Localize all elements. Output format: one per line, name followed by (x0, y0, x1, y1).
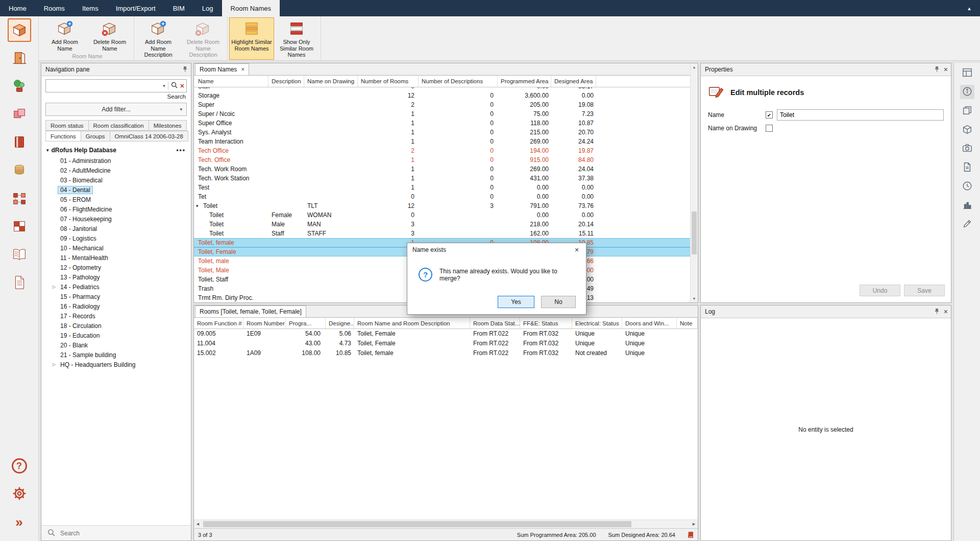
column-header-room-data-stat[interactable]: Room Data Stat... (470, 318, 520, 328)
nav-tab-room-classification[interactable]: Room classification (89, 120, 149, 131)
room-name-row[interactable]: ToiletFemaleWOMAN00.000.00 (194, 210, 698, 220)
room-name-row[interactable]: Team Interaction10269.0024.24 (194, 137, 698, 146)
close-tab-icon[interactable]: × (241, 66, 244, 73)
room-name-row[interactable]: ToiletStaffSTAFF3162.0015.11 (194, 229, 698, 238)
close-icon[interactable]: × (568, 243, 586, 256)
sidebar-module-book[interactable] (8, 131, 31, 154)
room-row[interactable]: 11.00443.004.73Toilet, FemaleFrom RT.022… (194, 339, 698, 348)
add-filter-dropdown[interactable]: Add filter... ▾ (45, 103, 187, 116)
column-header-number-of-rooms[interactable]: Number of Rooms (358, 76, 419, 87)
no-button[interactable]: No (541, 296, 576, 308)
room-name-row[interactable]: Sys. Analyst10215.0020.70 (194, 128, 698, 137)
right-tool-package[interactable] (960, 123, 974, 137)
column-header-note[interactable]: Note (677, 318, 698, 328)
tree-item-06-flightmedicine[interactable]: 06 - FlightMedicine (41, 204, 191, 214)
close-icon[interactable]: × (944, 66, 948, 73)
right-tool-statistics[interactable] (960, 198, 974, 213)
name-checkbox[interactable]: ✔ (766, 111, 773, 119)
nav-tab-room-status[interactable]: Room status (45, 120, 89, 131)
column-header-ff-e-status[interactable]: FF&E: Status (520, 318, 572, 328)
tree-item-02-adultmedicine[interactable]: 02 - AdultMedicine (41, 166, 191, 175)
menu-item-import-export[interactable]: Import/Export (107, 0, 164, 16)
name-on-drawing-checkbox[interactable] (766, 125, 773, 132)
room-row[interactable]: 09.0051E0954.005.06Toilet, FemaleFrom RT… (194, 329, 698, 339)
bottom-search-input[interactable] (60, 530, 185, 537)
room-name-row[interactable]: Storage1203,600.000.00 (194, 91, 698, 100)
tree-item-20-blank[interactable]: 20 - Blank (41, 340, 191, 350)
menu-item-bim[interactable]: BIM (164, 0, 193, 16)
tree-item-19-education[interactable]: 19 - Education (41, 331, 191, 340)
scroll-right-icon[interactable]: ▶ (690, 520, 698, 528)
pin-icon[interactable] (934, 66, 940, 74)
column-header-designed-area[interactable]: Designed Area (551, 76, 596, 87)
tree-options-icon[interactable]: ••• (176, 147, 186, 154)
expander-icon[interactable]: ▷ (51, 362, 58, 367)
tree-item-14-pediatrics[interactable]: ▷14 - Pediatrics (41, 282, 191, 292)
right-tool-layout-grid[interactable] (960, 66, 974, 80)
nav-search-input[interactable] (49, 82, 160, 89)
ribbon-button-delete-room-name-description[interactable]: Delete Room Name Description (181, 17, 226, 60)
sidebar-module-document[interactable] (8, 271, 31, 295)
tree-item-01-administration[interactable]: 01 - Administration (41, 156, 191, 166)
tree-item-08-janitorial[interactable]: 08 - Janitorial (41, 224, 191, 233)
room-name-row[interactable]: Super Office10118.0010.87 (194, 119, 698, 128)
room-name-row[interactable]: Tech. Work Station10431.0037.38 (194, 174, 698, 183)
tree-item-18-circulation[interactable]: 18 - Circulation (41, 321, 191, 331)
pin-icon[interactable] (934, 308, 940, 316)
name-input[interactable] (777, 109, 944, 121)
menu-item-rooms[interactable]: Rooms (35, 0, 74, 16)
sidebar-expand-button[interactable]: » (8, 510, 31, 534)
tree-item-16-radiology[interactable]: 16 - Radiology (41, 301, 191, 311)
menu-item-items[interactable]: Items (74, 0, 107, 16)
sidebar-module-door[interactable] (8, 46, 31, 70)
sidebar-module-reports[interactable] (8, 243, 31, 267)
scroll-down-icon[interactable]: ▼ (691, 295, 698, 302)
horizontal-scrollbar[interactable]: ◀ ▶ (194, 520, 698, 528)
nav-tab-functions[interactable]: Functions (45, 131, 81, 142)
room-row[interactable]: 15.0021A09108.0010.85Toilet, femaleFrom … (194, 348, 698, 358)
scroll-up-icon[interactable]: ▲ (691, 63, 698, 71)
column-header-room-name-and-room-description[interactable]: Room Name and Room Description (354, 318, 470, 328)
ribbon-button-add-room-name-description[interactable]: Add Room Name Description (136, 17, 181, 60)
tab-rooms[interactable]: Rooms [Toilet, female, Toilet, Female] (195, 305, 306, 317)
collapse-icon[interactable]: ▾ (196, 201, 203, 210)
column-header-programmed-area[interactable]: Programmed Area (498, 76, 551, 87)
sidebar-help-button[interactable]: ? (8, 454, 31, 478)
sidebar-module-equipment[interactable] (8, 75, 31, 98)
search-icon[interactable] (171, 82, 178, 90)
ribbon-button-add-room-name[interactable]: Add Room Name (42, 17, 87, 53)
tab-room-names[interactable]: Room Names × (195, 63, 249, 75)
tree-item-07-housekeeping[interactable]: 07 - Housekeeping (41, 214, 191, 224)
pin-icon[interactable] (182, 66, 188, 74)
room-name-row[interactable]: Tech. Work Room10269.0024.04 (194, 164, 698, 174)
clear-search-icon[interactable]: × (180, 82, 184, 90)
sidebar-gear-button[interactable] (8, 482, 31, 506)
tree-root[interactable]: ▾ dRofus Help Database ••• (41, 146, 191, 156)
scrollbar-thumb[interactable] (203, 521, 631, 527)
room-name-row[interactable]: Tech. Office10915.0084.80 (194, 155, 698, 164)
tree-item-21-sample-building[interactable]: 21 - Sample building (41, 350, 191, 360)
tree-item-10-mechanical[interactable]: 10 - Mechanical (41, 243, 191, 253)
tree-item-05-erom[interactable]: 05 - EROM (41, 195, 191, 204)
room-name-row[interactable]: Test100.000.00 (194, 183, 698, 192)
nav-tab-omniclass-14-2006-03-28[interactable]: OmniClass 14 2006-03-28 (110, 131, 188, 142)
room-name-row[interactable]: ▾ToiletTLT123791.0073.76 (194, 201, 698, 210)
yes-button[interactable]: Yes (498, 296, 534, 308)
undo-button[interactable]: Undo (860, 285, 900, 296)
right-tool-documents[interactable] (960, 160, 974, 175)
column-header-doors-and-win[interactable]: Doors and Win... (622, 318, 677, 328)
search-link[interactable]: Search (41, 92, 191, 100)
column-header-designe[interactable]: Designe... (326, 318, 354, 328)
tree-item-17-records[interactable]: 17 - Records (41, 311, 191, 321)
tree-item-03-biomedical[interactable]: 03 - Biomedical (41, 175, 191, 185)
dialog-titlebar[interactable]: Name exists × (407, 243, 586, 256)
sidebar-module-buildings[interactable] (8, 215, 31, 239)
sidebar-module-finance[interactable] (8, 159, 31, 182)
column-header-electrical-status[interactable]: Electrical: Status (572, 318, 622, 328)
column-header-progra[interactable]: Progra... (286, 318, 326, 328)
menu-tab-room-names[interactable]: Room Names (222, 0, 280, 16)
room-name-row[interactable]: ToiletMaleMAN3218.0020.14 (194, 220, 698, 229)
menu-item-home[interactable]: Home (0, 0, 35, 16)
room-name-row[interactable]: Tet000.000.00 (194, 192, 698, 201)
sidebar-module-rooms[interactable] (8, 18, 31, 42)
